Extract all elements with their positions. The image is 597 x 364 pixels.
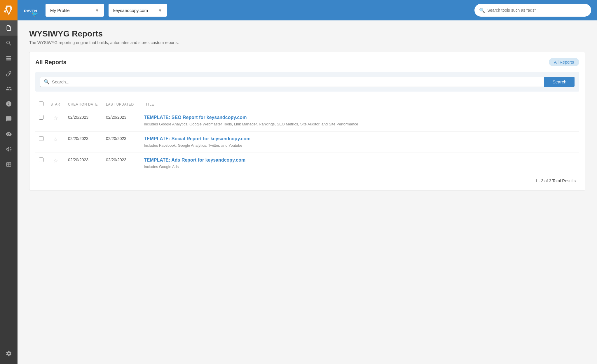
page-subtitle: The WYSIWYG reporting engine that builds… [29, 40, 585, 45]
sidebar-top: R [0, 0, 18, 20]
reports-header: All Reports All Reports [35, 58, 579, 66]
report-search-wrap: 🔍 [40, 77, 544, 87]
row-checkbox-cell [35, 132, 47, 153]
report-description: Includes Facebook, Google Analytics, Twi… [144, 143, 242, 148]
col-creation-date: CREATION DATE [64, 99, 102, 110]
profile-dropdown[interactable]: My Profile ▼ [46, 4, 104, 17]
search-row: 🔍 Search [35, 72, 579, 92]
row-title-cell: TEMPLATE: SEO Report for keysandcopy.com… [140, 110, 579, 132]
table-row: ☆ 02/20/2023 02/20/2023 TEMPLATE: Social… [35, 132, 579, 153]
sidebar-item-chart[interactable] [0, 81, 18, 96]
row-last-updated: 02/20/2023 [102, 110, 140, 132]
reports-table: STAR CREATION DATE LAST UPDATED TITLE ☆ … [35, 99, 579, 174]
raven-logo-icon: R [4, 4, 14, 16]
row-title-cell: TEMPLATE: Social Report for keysandcopy.… [140, 132, 579, 153]
report-title-link[interactable]: TEMPLATE: Social Report for keysandcopy.… [144, 136, 576, 141]
row-star-cell[interactable]: ☆ [47, 132, 64, 153]
row-checkbox-cell [35, 153, 47, 174]
row-star-cell[interactable]: ☆ [47, 153, 64, 174]
reports-section: All Reports All Reports 🔍 Search STAR [29, 52, 585, 190]
row-creation-date: 02/20/2023 [64, 153, 102, 174]
pagination: 1 - 3 of 3 Total Results [35, 174, 579, 184]
row-checkbox-2[interactable] [39, 158, 43, 162]
domain-label: keysandcopy.com [113, 8, 148, 13]
sidebar-item-info[interactable] [0, 96, 18, 111]
logo-area: RAVEN 🐦 [23, 3, 38, 18]
star-icon[interactable]: ☆ [53, 115, 58, 121]
row-last-updated: 02/20/2023 [102, 153, 140, 174]
star-icon[interactable]: ☆ [53, 158, 58, 164]
col-star: STAR [47, 99, 64, 110]
sidebar-item-document[interactable] [0, 20, 18, 36]
page-title: WYSIWYG Reports [29, 29, 585, 38]
search-icon: 🔍 [479, 8, 485, 13]
tool-search-box: 🔍 [474, 4, 591, 17]
row-star-cell[interactable]: ☆ [47, 110, 64, 132]
domain-dropdown[interactable]: keysandcopy.com ▼ [109, 4, 167, 17]
all-reports-badge[interactable]: All Reports [549, 58, 579, 66]
row-title-cell: TEMPLATE: Ads Report for keysandcopy.com… [140, 153, 579, 174]
sidebar-item-search[interactable] [0, 36, 18, 51]
col-checkbox [35, 99, 47, 110]
main-area: RAVEN 🐦 My Profile ▼ keysandcopy.com ▼ 🔍… [18, 0, 597, 364]
table-row: ☆ 02/20/2023 02/20/2023 TEMPLATE: Ads Re… [35, 153, 579, 174]
table-row: ☆ 02/20/2023 02/20/2023 TEMPLATE: SEO Re… [35, 110, 579, 132]
row-checkbox-1[interactable] [39, 136, 43, 141]
chevron-down-icon: ▼ [95, 8, 99, 13]
sidebar-item-megaphone[interactable] [0, 142, 18, 157]
sidebar-item-table[interactable] [0, 157, 18, 172]
report-title-link[interactable]: TEMPLATE: SEO Report for keysandcopy.com [144, 115, 576, 120]
sidebar: R [0, 0, 18, 364]
reports-section-title: All Reports [35, 59, 67, 66]
report-title-link[interactable]: TEMPLATE: Ads Report for keysandcopy.com [144, 158, 576, 163]
table-header-row: STAR CREATION DATE LAST UPDATED TITLE [35, 99, 579, 110]
tool-search-input[interactable] [487, 8, 586, 13]
chevron-down-icon: ▼ [158, 8, 162, 13]
search-icon: 🔍 [44, 79, 50, 85]
topnav: RAVEN 🐦 My Profile ▼ keysandcopy.com ▼ 🔍 [18, 0, 597, 20]
page-header: WYSIWYG Reports The WYSIWYG reporting en… [29, 29, 585, 45]
row-creation-date: 02/20/2023 [64, 132, 102, 153]
report-description: Includes Google Analytics, Google Webmas… [144, 122, 358, 126]
sidebar-item-list[interactable] [0, 51, 18, 66]
sidebar-item-eye[interactable] [0, 127, 18, 142]
search-button[interactable]: Search [544, 77, 575, 87]
col-title: TITLE [140, 99, 579, 110]
star-icon[interactable]: ☆ [53, 136, 58, 142]
col-last-updated: LAST UPDATED [102, 99, 140, 110]
sidebar-item-comment[interactable] [0, 111, 18, 127]
row-checkbox-cell [35, 110, 47, 132]
row-creation-date: 02/20/2023 [64, 110, 102, 132]
svg-text:🐦: 🐦 [32, 11, 38, 17]
report-search-input[interactable] [52, 77, 541, 87]
raven-logo: RAVEN 🐦 [23, 3, 38, 18]
profile-label: My Profile [50, 8, 70, 13]
sidebar-item-settings[interactable] [0, 346, 18, 361]
select-all-checkbox[interactable] [39, 102, 43, 106]
content-area: WYSIWYG Reports The WYSIWYG reporting en… [18, 20, 597, 364]
row-last-updated: 02/20/2023 [102, 132, 140, 153]
sidebar-item-link[interactable] [0, 66, 18, 81]
report-description: Includes Google Ads [144, 164, 179, 169]
row-checkbox-0[interactable] [39, 115, 43, 120]
